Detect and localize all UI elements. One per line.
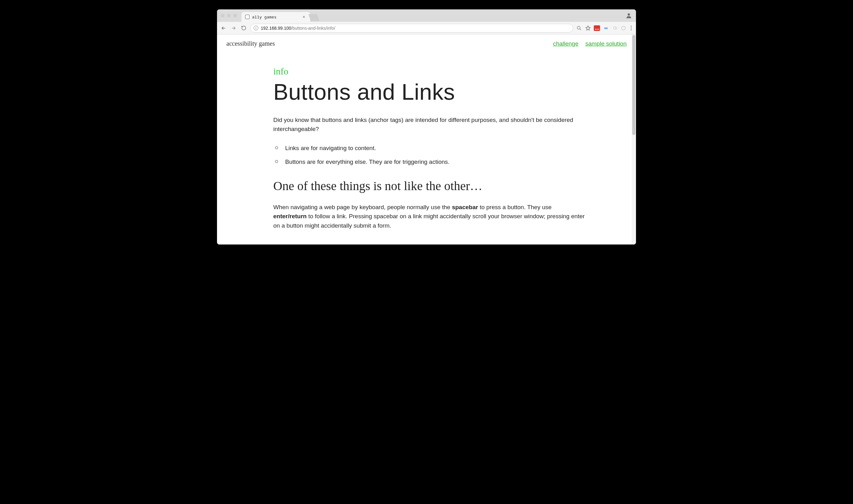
extension-circle-icon[interactable] (621, 25, 626, 31)
favicon-icon (245, 15, 250, 19)
article-intro: Did you know that buttons and links (anc… (273, 115, 586, 134)
browser-menu-button[interactable] (630, 25, 633, 30)
browser-tab[interactable]: a11y games × (241, 12, 310, 22)
tab-close-button[interactable]: × (302, 14, 306, 20)
site-brand[interactable]: accessibility games (226, 40, 275, 47)
nav-link-challenge[interactable]: challenge (553, 40, 579, 47)
browser-window: a11y games × i 192.168.99.100/buttons-an… (217, 10, 636, 245)
text-span: to follow a link. Pressing spacebar on a… (273, 213, 585, 229)
bold-text: spacebar (452, 204, 478, 211)
text-span: to press a button. They use (478, 204, 551, 211)
tab-strip: a11y games × (217, 10, 636, 22)
reload-button[interactable] (240, 25, 247, 32)
url-path: /buttons-and-links/info/ (291, 25, 335, 31)
tab-title: a11y games (252, 15, 299, 19)
back-button[interactable] (220, 25, 227, 32)
viewport: accessibility games challenge sample sol… (217, 34, 636, 245)
window-zoom-icon[interactable] (233, 14, 237, 18)
article-kicker: info (273, 66, 586, 77)
zoom-icon[interactable] (576, 25, 582, 31)
text-span: When navigating a web page by keyboard, … (273, 204, 452, 211)
window-close-icon[interactable] (221, 14, 224, 18)
bookmark-star-icon[interactable] (585, 25, 591, 31)
address-bar[interactable]: i 192.168.99.100/buttons-and-links/info/ (250, 24, 573, 33)
window-controls (221, 14, 237, 18)
page-header: accessibility games challenge sample sol… (226, 40, 627, 47)
list-item: Links are for navigating to content. (274, 141, 586, 156)
url-host: 192.168.99.100 (261, 25, 291, 31)
svg-point-0 (628, 14, 630, 16)
site-info-icon[interactable]: i (254, 25, 258, 30)
scrollbar[interactable] (632, 34, 636, 245)
nav-link-sample-solution[interactable]: sample solution (585, 40, 627, 47)
article-title: Buttons and Links (273, 79, 586, 105)
article-subheading: One of these things is not like the othe… (273, 179, 586, 193)
extension-infinity-icon[interactable]: ∞ (603, 25, 609, 31)
window-minimize-icon[interactable] (227, 14, 231, 18)
bold-text: enter/return (273, 213, 307, 219)
svg-point-1 (577, 26, 580, 29)
browser-toolbar: i 192.168.99.100/buttons-and-links/info/… (217, 22, 636, 34)
svg-point-2 (622, 26, 625, 30)
forward-button[interactable] (230, 25, 237, 32)
page: accessibility games challenge sample sol… (217, 34, 636, 245)
top-nav: challenge sample solution (553, 40, 627, 47)
bullet-list: Links are for navigating to content. But… (274, 141, 586, 169)
toolbar-actions: ∞ (576, 25, 633, 31)
scrollbar-thumb[interactable] (632, 35, 635, 135)
profile-icon[interactable] (625, 12, 632, 19)
article-paragraph: When navigating a web page by keyboard, … (273, 203, 586, 230)
list-item: Buttons are for everything else. They ar… (274, 155, 586, 169)
article: info Buttons and Links Did you know that… (273, 66, 586, 230)
extension-lastpass-icon[interactable] (594, 25, 600, 31)
extension-settings-icon[interactable] (612, 25, 618, 31)
